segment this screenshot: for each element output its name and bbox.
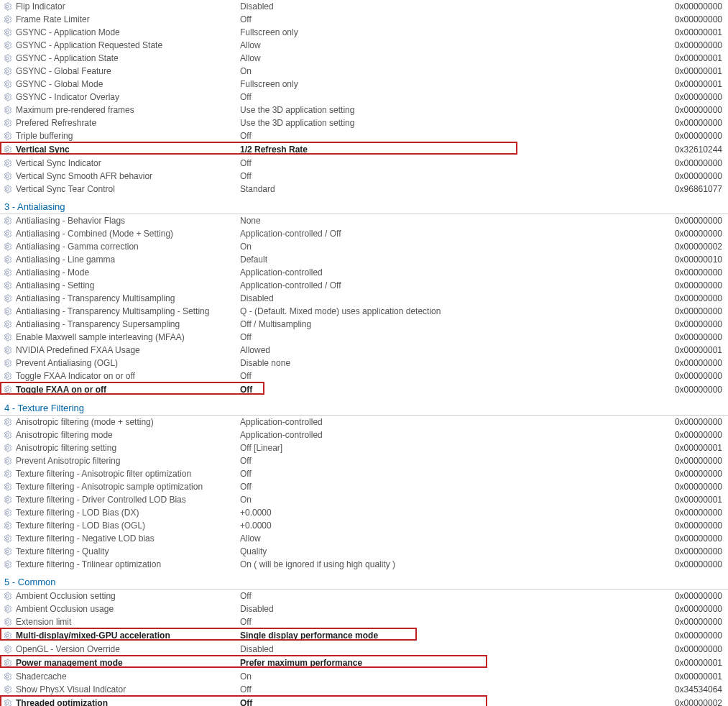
- setting-value[interactable]: Off: [240, 456, 656, 466]
- setting-row[interactable]: Antialiasing - ModeApplication-controlle…: [0, 266, 728, 279]
- setting-value[interactable]: Disabled: [240, 1, 656, 12]
- setting-row[interactable]: Texture filtering - Trilinear optimizati…: [0, 558, 728, 571]
- setting-value[interactable]: Off: [240, 591, 656, 601]
- setting-row[interactable]: Enable Maxwell sample interleaving (MFAA…: [0, 331, 728, 344]
- setting-value[interactable]: Off: [240, 92, 656, 102]
- setting-row[interactable]: Texture filtering - Anisotropic sample o…: [0, 480, 728, 493]
- setting-value[interactable]: Application-controlled / Off: [240, 229, 656, 239]
- setting-value[interactable]: Allow: [240, 53, 656, 63]
- setting-value[interactable]: Off: [240, 131, 656, 141]
- setting-row[interactable]: GSYNC - Global ModeFullscreen only0x0000…: [0, 78, 728, 91]
- setting-row[interactable]: Ambient Occlusion usageDisabled0x0000000…: [0, 602, 728, 615]
- setting-row[interactable]: Vertical Sync IndicatorOff0x00000000: [0, 157, 728, 170]
- setting-value[interactable]: Fullscreen only: [240, 27, 656, 37]
- setting-row[interactable]: Antialiasing - Transparency Supersamplin…: [0, 318, 728, 331]
- setting-row[interactable]: NVIDIA Predefined FXAA UsageAllowed0x000…: [0, 344, 728, 357]
- setting-row[interactable]: Vertical Sync Tear ControlStandard0x9686…: [0, 183, 728, 196]
- setting-value[interactable]: Off: [240, 684, 656, 694]
- setting-value[interactable]: Allowed: [240, 345, 656, 355]
- setting-row[interactable]: Frame Rate LimiterOff0x00000000: [0, 13, 728, 26]
- setting-value[interactable]: Off: [240, 14, 656, 24]
- setting-row[interactable]: Toggle FXAA on or offOff0x00000000: [0, 382, 728, 397]
- setting-value[interactable]: Disabled: [240, 604, 656, 614]
- setting-row[interactable]: GSYNC - Application StateAllow0x00000001: [0, 52, 728, 65]
- setting-row[interactable]: Antialiasing - Combined (Mode + Setting)…: [0, 227, 728, 240]
- setting-row[interactable]: Antialiasing - Behavior FlagsNone0x00000…: [0, 214, 728, 227]
- setting-value[interactable]: Disable none: [240, 358, 656, 368]
- setting-row[interactable]: GSYNC - Global FeatureOn0x00000001: [0, 65, 728, 78]
- setting-row[interactable]: Ambient Occlusion settingOff0x00000000: [0, 590, 728, 602]
- setting-row[interactable]: Texture filtering - LOD Bias (DX)+0.0000…: [0, 506, 728, 519]
- setting-value[interactable]: Use the 3D application setting: [240, 118, 656, 128]
- setting-value[interactable]: Fullscreen only: [240, 79, 656, 89]
- setting-value[interactable]: Off: [240, 158, 656, 168]
- setting-value[interactable]: Standard: [240, 184, 656, 194]
- setting-value[interactable]: Application-controlled: [240, 417, 656, 427]
- setting-row[interactable]: Power management modePrefer maximum perf…: [0, 656, 728, 670]
- setting-row[interactable]: Antialiasing - Gamma correctionOn0x00000…: [0, 240, 728, 253]
- setting-value[interactable]: On: [240, 242, 656, 252]
- setting-value[interactable]: Off: [240, 469, 656, 479]
- setting-value[interactable]: Off: [240, 385, 656, 395]
- setting-row[interactable]: Maximum pre-rendered framesUse the 3D ap…: [0, 104, 728, 116]
- setting-row[interactable]: GSYNC - Application ModeFullscreen only0…: [0, 26, 728, 39]
- setting-row[interactable]: Prefered RefreshrateUse the 3D applicati…: [0, 116, 728, 129]
- setting-row[interactable]: Show PhysX Visual IndicatorOff0x34534064: [0, 683, 728, 696]
- setting-value[interactable]: On: [240, 66, 656, 76]
- setting-value[interactable]: Application-controlled: [240, 267, 656, 278]
- setting-row[interactable]: Texture filtering - Anisotropic filter o…: [0, 467, 728, 480]
- setting-row[interactable]: Antialiasing - SettingApplication-contro…: [0, 279, 728, 292]
- setting-value[interactable]: Off: [240, 171, 656, 181]
- setting-value[interactable]: Off [Linear]: [240, 443, 656, 453]
- setting-row[interactable]: ShadercacheOn0x00000001: [0, 670, 728, 683]
- setting-value[interactable]: Disabled: [240, 644, 656, 654]
- setting-value[interactable]: Off: [240, 482, 656, 492]
- setting-row[interactable]: Antialiasing - Transparency Multisamplin…: [0, 305, 728, 318]
- setting-row[interactable]: Texture filtering - Negative LOD biasAll…: [0, 532, 728, 545]
- setting-value[interactable]: Off: [240, 698, 656, 706]
- setting-row[interactable]: Texture filtering - Driver Controlled LO…: [0, 493, 728, 506]
- setting-row[interactable]: Extension limitOff0x00000000: [0, 615, 728, 628]
- setting-value[interactable]: Disabled: [240, 293, 656, 303]
- setting-row[interactable]: Vertical Sync1/2 Refresh Rate0x32610244: [0, 142, 728, 157]
- setting-value[interactable]: Application-controlled: [240, 430, 656, 440]
- setting-row[interactable]: GSYNC - Indicator OverlayOff0x00000000: [0, 91, 728, 104]
- setting-value[interactable]: Prefer maximum performance: [240, 658, 656, 668]
- setting-row[interactable]: Multi-display/mixed-GPU accelerationSing…: [0, 628, 728, 643]
- setting-value[interactable]: Application-controlled / Off: [240, 280, 656, 290]
- setting-value[interactable]: Off: [240, 332, 656, 342]
- setting-value[interactable]: Allow: [240, 533, 656, 544]
- setting-value[interactable]: 1/2 Refresh Rate: [240, 145, 656, 155]
- setting-value[interactable]: On: [240, 671, 656, 682]
- setting-value[interactable]: Use the 3D application setting: [240, 105, 656, 115]
- setting-row[interactable]: GSYNC - Application Requested StateAllow…: [0, 39, 728, 52]
- setting-row[interactable]: Prevent Anisotropic filteringOff0x000000…: [0, 454, 728, 467]
- setting-row[interactable]: Threaded optimizationOff0x00000002: [0, 696, 728, 706]
- setting-row[interactable]: Antialiasing - Line gammaDefault0x000000…: [0, 253, 728, 266]
- setting-row[interactable]: Texture filtering - QualityQuality0x0000…: [0, 545, 728, 558]
- setting-row[interactable]: OpenGL - Version OverrideDisabled0x00000…: [0, 643, 728, 656]
- setting-row[interactable]: Vertical Sync Smooth AFR behaviorOff0x00…: [0, 170, 728, 183]
- setting-row[interactable]: Anisotropic filtering settingOff [Linear…: [0, 441, 728, 454]
- setting-value[interactable]: +0.0000: [240, 508, 656, 518]
- setting-row[interactable]: Toggle FXAA Indicator on or offOff0x0000…: [0, 370, 728, 382]
- setting-value[interactable]: Quality: [240, 546, 656, 556]
- setting-value[interactable]: Off: [240, 371, 656, 381]
- setting-value[interactable]: Q - (Default. Mixed mode) uses applicati…: [240, 306, 656, 316]
- setting-row[interactable]: Flip IndicatorDisabled0x00000000: [0, 0, 728, 13]
- setting-value[interactable]: Allow: [240, 40, 656, 50]
- setting-row[interactable]: Prevent Antialiasing (OGL)Disable none0x…: [0, 357, 728, 370]
- setting-value[interactable]: +0.0000: [240, 521, 656, 531]
- setting-row[interactable]: Texture filtering - LOD Bias (OGL)+0.000…: [0, 519, 728, 532]
- setting-value[interactable]: On ( will be ignored if using high quali…: [240, 559, 656, 569]
- setting-value[interactable]: Single display performance mode: [240, 631, 656, 641]
- setting-row[interactable]: Anisotropic filtering (mode + setting)Ap…: [0, 416, 728, 428]
- setting-row[interactable]: Anisotropic filtering modeApplication-co…: [0, 428, 728, 441]
- setting-value[interactable]: Off: [240, 617, 656, 627]
- setting-value[interactable]: Default: [240, 255, 656, 265]
- setting-row[interactable]: Triple bufferingOff0x00000000: [0, 129, 728, 142]
- setting-value[interactable]: None: [240, 216, 656, 226]
- setting-value[interactable]: On: [240, 495, 656, 505]
- setting-row[interactable]: Antialiasing - Transparency Multisamplin…: [0, 292, 728, 305]
- setting-value[interactable]: Off / Multisampling: [240, 319, 656, 329]
